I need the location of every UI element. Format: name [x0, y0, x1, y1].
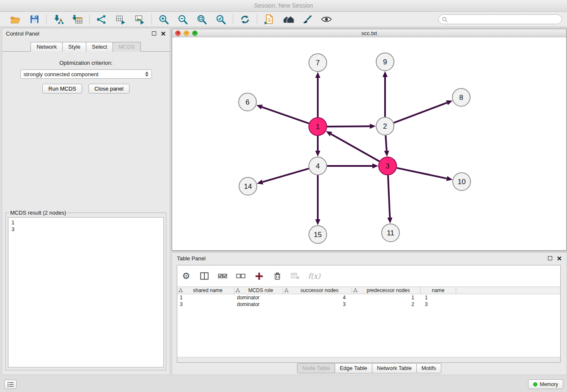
svg-text:9: 9 [383, 58, 387, 66]
close-panel-button[interactable]: Close panel [88, 84, 129, 94]
graph-node-3[interactable]: 3 [379, 157, 396, 175]
network-window-titlebar[interactable]: scc.txt × − + [172, 29, 566, 37]
add-row-icon[interactable] [253, 271, 264, 282]
svg-text:8: 8 [459, 94, 463, 102]
table-panel-title: Table Panel [177, 255, 206, 262]
svg-text:15: 15 [314, 231, 322, 239]
graph-edge-3-1[interactable] [331, 134, 379, 162]
network-canvas[interactable]: 7968124314101511 [172, 37, 566, 250]
function-builder-icon: f(x) [308, 271, 320, 282]
graph-node-4[interactable]: 4 [309, 157, 327, 175]
table-settings-gear-icon[interactable]: ⚙ [181, 271, 192, 282]
network-share-icon[interactable] [95, 13, 108, 26]
criterion-dropdown[interactable]: strongly connected component [20, 69, 152, 79]
mcds-result-legend: MCDS result (2 nodes) [9, 210, 67, 216]
tab-node-table[interactable]: Node Table [297, 363, 335, 373]
graph-node-10[interactable]: 10 [453, 173, 471, 190]
graph-edge-2-3[interactable] [385, 135, 386, 151]
close-panel-icon[interactable]: ✕ [160, 30, 166, 37]
zoom-in-icon[interactable] [157, 13, 170, 26]
deselect-all-rows-icon[interactable] [235, 271, 246, 282]
svg-text:6: 6 [245, 98, 249, 106]
control-panel: Control Panel ✕ Network Style Select MCD… [2, 28, 170, 375]
window-titlebar: Session: New Session [0, 0, 567, 12]
export-document-icon[interactable] [263, 13, 275, 26]
select-all-rows-icon[interactable] [217, 271, 228, 282]
import-network-icon[interactable] [52, 13, 65, 26]
tab-mcds[interactable]: MCDS [113, 42, 140, 52]
horizontal-scrollbar[interactable] [177, 357, 560, 362]
mcds-result-line: 3 [11, 226, 160, 233]
zoom-selected-icon[interactable] [215, 13, 227, 26]
network-table-icon[interactable] [114, 13, 127, 26]
column-header-predecessor-nodes[interactable]: predecessor nodes [352, 287, 421, 294]
svg-text:4: 4 [316, 162, 319, 170]
graph-edge-3-11[interactable] [388, 175, 390, 218]
status-bar: Memory [0, 378, 567, 392]
delete-row-trash-icon[interactable] [272, 271, 283, 282]
window-title: Session: New Session [254, 2, 313, 9]
tab-select[interactable]: Select [86, 42, 113, 52]
tab-network[interactable]: Network [30, 42, 63, 52]
tab-edge-table[interactable]: Edge Table [335, 363, 372, 373]
zoom-out-icon[interactable] [176, 13, 189, 26]
tab-style[interactable]: Style [62, 42, 86, 52]
mcds-result-list[interactable]: 1 3 [8, 217, 164, 367]
list-icon [7, 381, 14, 387]
save-session-icon[interactable] [28, 13, 41, 26]
show-columns-icon[interactable] [199, 271, 210, 282]
dropdown-stepper-icon [145, 72, 149, 77]
column-header-name[interactable]: name [421, 287, 456, 294]
graph-edge-1-6[interactable] [262, 107, 309, 124]
float-table-panel-icon[interactable] [548, 256, 552, 260]
table-row[interactable]: 1 dominator 4 1 1 [177, 294, 560, 301]
task-history-button[interactable] [4, 380, 17, 389]
style-brush-icon[interactable] [301, 13, 314, 26]
import-table-icon[interactable] [71, 13, 84, 26]
run-mcds-button[interactable]: Run MCDS [42, 84, 82, 94]
float-panel-icon[interactable] [152, 31, 156, 36]
network-graph[interactable]: 7968124314101511 [172, 37, 566, 250]
graph-edge-1-2[interactable] [327, 126, 370, 127]
svg-text:10: 10 [458, 178, 466, 186]
zoom-fit-icon[interactable] [195, 13, 208, 26]
graph-node-2[interactable]: 2 [376, 117, 394, 135]
tab-motifs[interactable]: Motifs [416, 363, 441, 373]
graph-node-14[interactable]: 14 [239, 177, 257, 195]
open-file-icon[interactable] [9, 13, 22, 26]
memory-button[interactable]: Memory [528, 379, 563, 389]
window-close-icon[interactable]: × [175, 30, 181, 36]
graph-edge-3-10[interactable] [397, 168, 447, 179]
window-zoom-icon[interactable]: + [192, 30, 198, 36]
window-minimize-icon[interactable]: − [184, 30, 189, 36]
column-header-successor-nodes[interactable]: successor nodes [283, 287, 352, 294]
tab-network-table[interactable]: Network Table [372, 363, 417, 373]
graph-node-6[interactable]: 6 [239, 93, 256, 111]
table-tabs: Node Table Edge Table Network Table Moti… [172, 363, 567, 373]
export-image-icon[interactable] [133, 13, 146, 26]
graph-node-7[interactable]: 7 [309, 54, 327, 72]
graph-edge-2-8[interactable] [394, 103, 447, 123]
table-panel: Table Panel ✕ ⚙ [172, 252, 567, 375]
column-tree-icon [179, 288, 183, 293]
column-header-shared-name[interactable]: shared name [177, 287, 234, 294]
svg-text:7: 7 [316, 59, 319, 67]
column-tree-icon [284, 288, 289, 293]
show-hide-eye-icon[interactable] [320, 13, 333, 26]
table-header-row: shared name MCDS role successor nodes pr… [177, 287, 560, 294]
graph-node-15[interactable]: 15 [309, 226, 327, 243]
close-table-panel-icon[interactable]: ✕ [556, 255, 562, 262]
svg-text:11: 11 [387, 229, 394, 237]
column-header-mcds-role[interactable]: MCDS role [234, 287, 283, 294]
graph-node-1[interactable]: 1 [309, 118, 327, 135]
home-icon[interactable] [282, 13, 295, 26]
refresh-layout-icon[interactable] [239, 13, 251, 26]
graph-node-9[interactable]: 9 [376, 53, 394, 71]
graph-node-11[interactable]: 11 [382, 224, 399, 242]
table-row[interactable]: 3 dominator 3 2 3 [177, 301, 560, 308]
memory-status-icon [533, 382, 537, 386]
svg-text:3: 3 [385, 162, 389, 170]
graph-node-8[interactable]: 8 [452, 88, 470, 106]
graph-edge-4-14[interactable] [263, 168, 309, 182]
search-input[interactable] [438, 14, 562, 24]
